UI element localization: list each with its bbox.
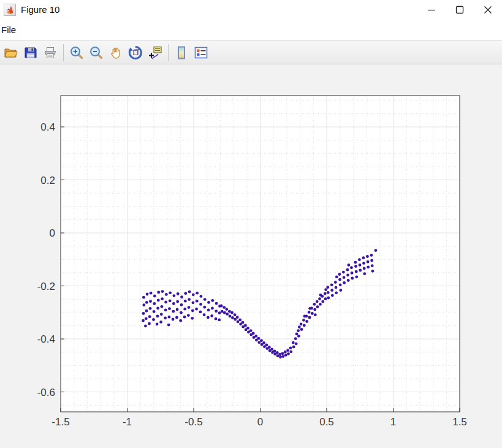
data-cursor-icon (147, 45, 163, 61)
pan-button[interactable] (107, 44, 125, 62)
toolbar-separator (168, 44, 169, 61)
scatter-plot[interactable]: -1.5-1-0.500.511.5-0.6-0.4-0.200.20.4 (0, 64, 502, 448)
close-button[interactable] (474, 0, 502, 20)
insert-colorbar-button[interactable] (172, 44, 191, 62)
data-cursor-button[interactable] (146, 44, 164, 62)
y-tick-label: 0.2 (40, 175, 55, 186)
zoom-in-icon (69, 45, 84, 60)
minimize-icon (427, 6, 436, 14)
x-tick-label: 1 (390, 416, 396, 428)
insert-legend-button[interactable] (192, 44, 210, 62)
save-button[interactable] (21, 44, 40, 62)
x-tick-label: 0 (257, 416, 263, 428)
y-tick-label: 0.4 (40, 121, 55, 133)
menu-file[interactable]: File (0, 23, 19, 37)
maximize-icon (455, 6, 464, 14)
x-tick-label: -0.5 (184, 416, 202, 428)
x-tick-label: -1 (123, 416, 132, 428)
menu-bar: File (0, 20, 502, 41)
save-floppy-icon (23, 45, 38, 60)
rotate-3d-icon (127, 45, 143, 61)
window-title: Figure 10 (21, 4, 59, 15)
window-controls (417, 0, 502, 20)
legend-icon (194, 45, 208, 60)
title-bar: Figure 10 (0, 0, 502, 20)
y-tick-label: -0.2 (37, 281, 55, 292)
toolbar-separator (63, 44, 64, 61)
x-tick-label: 1.5 (452, 416, 467, 428)
zoom-in-button[interactable] (67, 44, 86, 62)
pan-hand-icon (108, 45, 123, 60)
print-button[interactable] (41, 44, 59, 62)
printer-icon (43, 45, 58, 60)
y-tick-label: 0 (50, 227, 55, 239)
zoom-out-icon (89, 45, 104, 60)
figure-toolbar (0, 41, 502, 64)
colorbar-icon (174, 45, 189, 60)
maximize-button[interactable] (446, 0, 474, 20)
minimize-button[interactable] (417, 0, 446, 20)
matlab-logo-icon (4, 4, 16, 16)
y-tick-label: -0.4 (37, 333, 55, 345)
figure-canvas: -1.5-1-0.500.511.5-0.6-0.4-0.200.20.4 (0, 64, 502, 448)
x-tick-label: -1.5 (51, 416, 69, 428)
x-tick-label: 0.5 (319, 416, 334, 428)
open-button[interactable] (2, 44, 20, 62)
close-icon (484, 6, 492, 14)
rotate-3d-button[interactable] (126, 44, 145, 62)
y-tick-label: -0.6 (37, 387, 55, 398)
zoom-out-button[interactable] (87, 44, 105, 62)
open-folder-icon (4, 45, 18, 60)
